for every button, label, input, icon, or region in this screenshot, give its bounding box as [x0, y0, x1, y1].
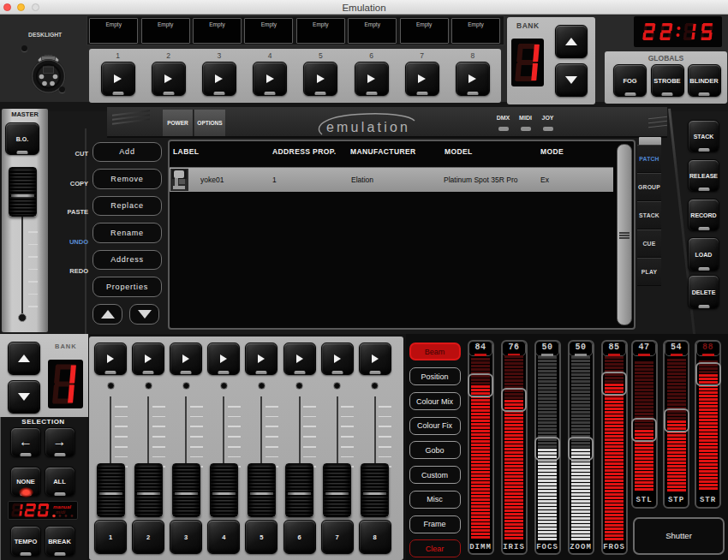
svg-text:emulation: emulation: [326, 120, 410, 134]
svg-text:manual: manual: [53, 504, 71, 509]
svg-text:midi: midi: [56, 509, 66, 515]
